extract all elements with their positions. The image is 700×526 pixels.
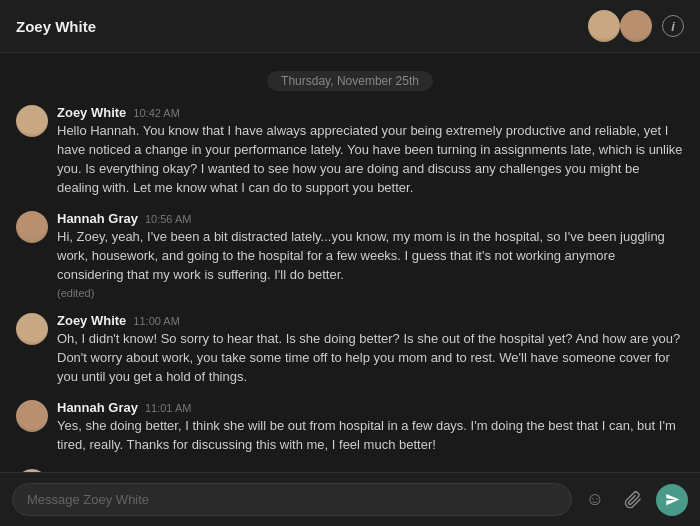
edited-label: (edited) [57, 287, 684, 299]
message-time: 11:01 AM [145, 402, 191, 414]
messages-area: Thursday, November 25th Zoey White 10:42… [0, 53, 700, 472]
avatar-hannah [16, 400, 48, 432]
message-sender: Hannah Gray [57, 400, 138, 415]
message-time: 11:00 AM [133, 315, 179, 327]
message-text: Oh, I didn't know! So sorry to hear that… [57, 330, 684, 387]
input-area: ☺ [0, 472, 700, 526]
message-content: Hannah Gray 11:01 AM Yes, she doing bett… [57, 400, 684, 455]
avatar-hannah [16, 211, 48, 243]
message-text: Hello Hannah. You know that I have alway… [57, 122, 684, 197]
send-button[interactable] [656, 484, 688, 516]
avatar-zoey [16, 105, 48, 137]
message-row: Zoey White 11:00 AM Oh, I didn't know! S… [16, 313, 684, 387]
message-content: Hannah Gray 10:56 AM Hi, Zoey, yeah, I'v… [57, 211, 684, 299]
message-input[interactable] [12, 483, 572, 516]
date-divider: Thursday, November 25th [267, 71, 433, 91]
message-text: Hi, Zoey, yeah, I've been a bit distract… [57, 228, 684, 285]
message-time: 10:42 AM [133, 107, 179, 119]
info-button[interactable]: i [662, 15, 684, 37]
message-header: Zoey White 10:42 AM [57, 105, 684, 120]
message-header: Hannah Gray 11:01 AM [57, 400, 684, 415]
message-row: Hannah Gray 11:01 AM Yes, she doing bett… [16, 400, 684, 455]
attachment-button[interactable] [618, 485, 648, 515]
avatar-zoey [16, 313, 48, 345]
avatar-hannah-header [620, 10, 652, 42]
message-text: Yes, she doing better, I think she will … [57, 417, 684, 455]
message-row: Zoey White 10:42 AM Hello Hannah. You kn… [16, 105, 684, 197]
messages-container: Zoey White 10:42 AM Hello Hannah. You kn… [16, 105, 684, 472]
message-content: Zoey White 10:42 AM Hello Hannah. You kn… [57, 105, 684, 197]
message-sender: Hannah Gray [57, 211, 138, 226]
message-sender: Zoey White [57, 313, 126, 328]
emoji-button[interactable]: ☺ [580, 485, 610, 515]
message-header: Hannah Gray 10:56 AM [57, 211, 684, 226]
message-content: Zoey White 11:00 AM Oh, I didn't know! S… [57, 313, 684, 387]
message-row: Hannah Gray 10:56 AM Hi, Zoey, yeah, I'v… [16, 211, 684, 299]
message-header: Zoey White 11:00 AM [57, 313, 684, 328]
participants-avatars [588, 10, 652, 42]
avatar-zoey-header [588, 10, 620, 42]
message-sender: Zoey White [57, 105, 126, 120]
chat-header: Zoey White i [0, 0, 700, 53]
header-actions: i [588, 10, 684, 42]
chat-title: Zoey White [16, 18, 96, 35]
message-time: 10:56 AM [145, 213, 191, 225]
